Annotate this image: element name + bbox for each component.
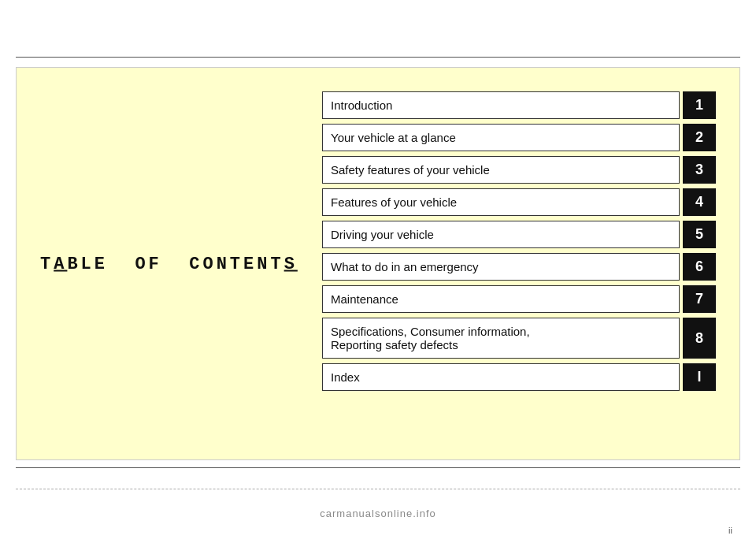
toc-label[interactable]: Introduction [322,91,680,119]
toc-entries: Introduction1Your vehicle at a glance2Sa… [322,91,716,396]
toc-row: Safety features of your vehicle3 [322,156,716,184]
toc-label[interactable]: Specifications, Consumer information,Rep… [322,318,680,359]
toc-title: TABLE OF CONTENTS [40,254,298,273]
toc-row: Maintenance7 [322,285,716,313]
toc-label[interactable]: Index [322,363,680,391]
toc-label[interactable]: Features of your vehicle [322,188,680,216]
toc-row: IndexI [322,363,716,391]
toc-number[interactable]: 5 [683,221,716,248]
toc-label[interactable]: What to do in an emergency [322,253,680,281]
toc-label[interactable]: Maintenance [322,285,680,313]
toc-label[interactable]: Driving your vehicle [322,221,680,248]
toc-row: Features of your vehicle4 [322,188,716,216]
toc-row: Driving your vehicle5 [322,221,716,248]
toc-number[interactable]: I [683,363,716,391]
page-number: ii [728,526,732,535]
toc-number[interactable]: 2 [683,124,716,151]
toc-row: Specifications, Consumer information,Rep… [322,318,716,359]
toc-number[interactable]: 1 [683,91,716,119]
toc-label[interactable]: Safety features of your vehicle [322,156,680,184]
main-content-box: TABLE OF CONTENTS Introduction1Your vehi… [16,67,740,460]
toc-label[interactable]: Your vehicle at a glance [322,124,680,151]
top-rule [16,57,740,58]
bottom-rule [16,467,740,468]
toc-number[interactable]: 3 [683,156,716,184]
dashed-rule [16,489,740,489]
toc-number[interactable]: 7 [683,285,716,313]
watermark: carmanualsonline.info [320,508,435,519]
toc-number[interactable]: 8 [683,318,716,359]
toc-number[interactable]: 4 [683,188,716,216]
toc-row: What to do in an emergency6 [322,253,716,281]
toc-row: Your vehicle at a glance2 [322,124,716,151]
toc-number[interactable]: 6 [683,253,716,281]
toc-row: Introduction1 [322,91,716,119]
